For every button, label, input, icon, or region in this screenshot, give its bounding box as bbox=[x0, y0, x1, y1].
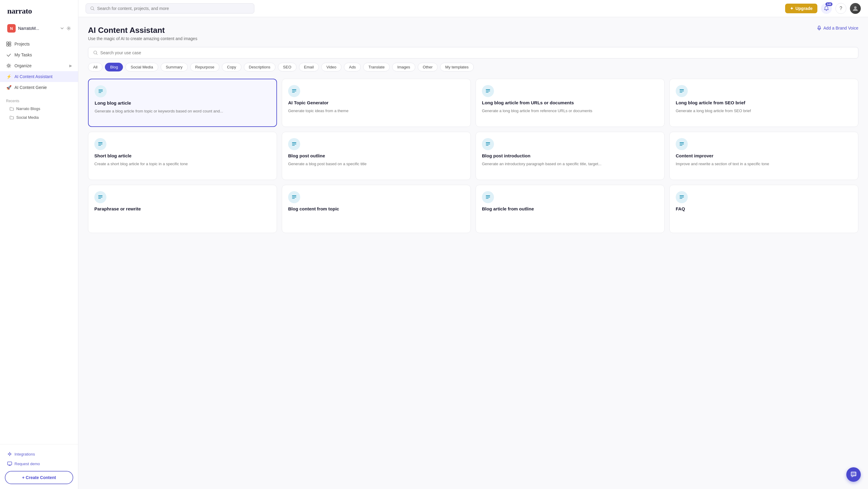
svg-rect-18 bbox=[486, 89, 490, 90]
filter-tag-all[interactable]: All bbox=[88, 63, 102, 71]
svg-point-9 bbox=[854, 6, 857, 9]
filter-tag-repurpose[interactable]: Repurpose bbox=[190, 63, 220, 71]
svg-rect-22 bbox=[680, 91, 684, 91]
folder-icon bbox=[10, 116, 14, 120]
global-search[interactable] bbox=[86, 3, 254, 13]
svg-rect-12 bbox=[98, 90, 103, 90]
card-icon bbox=[676, 138, 688, 150]
gear-icon-workspace[interactable] bbox=[67, 26, 71, 30]
chevron-right-icon: ▶ bbox=[69, 64, 72, 68]
filter-tag-my-templates[interactable]: My templates bbox=[440, 63, 473, 71]
sidebar-item-organize[interactable]: Organize ▶ bbox=[0, 60, 78, 71]
svg-rect-13 bbox=[98, 91, 103, 92]
create-content-button[interactable]: + Create Content bbox=[5, 471, 73, 484]
page-content: AI Content Assistant Use the magic of AI… bbox=[79, 17, 868, 489]
request-demo-item[interactable]: Request demo bbox=[5, 459, 73, 468]
recent-item-narrato-blogs[interactable]: Narrato Blogs bbox=[0, 104, 78, 113]
card-title: Blog article from outline bbox=[482, 206, 658, 211]
card-icon bbox=[94, 191, 106, 203]
chat-bubble-button[interactable] bbox=[846, 467, 861, 482]
card-ai-topic-generator[interactable]: AI Topic GeneratorGenerate topic ideas f… bbox=[282, 79, 471, 127]
card-icon bbox=[482, 138, 494, 150]
use-case-search-input[interactable] bbox=[100, 50, 853, 55]
notifications-button[interactable]: 348 bbox=[821, 3, 832, 14]
sidebar-item-my-tasks[interactable]: My Tasks bbox=[0, 50, 78, 60]
card-short-blog-article[interactable]: Short blog articleCreate a short blog ar… bbox=[88, 132, 277, 180]
svg-rect-35 bbox=[680, 145, 682, 146]
card-icon bbox=[288, 85, 300, 97]
card-title: Long blog article from SEO brief bbox=[676, 100, 852, 105]
svg-rect-45 bbox=[680, 195, 684, 196]
sidebar-item-ai-content-assistant[interactable]: ⚡ AI Content Assistant bbox=[0, 71, 78, 82]
recent-item-social-media[interactable]: Social Media bbox=[0, 113, 78, 122]
svg-rect-42 bbox=[486, 195, 490, 196]
help-button[interactable]: ? bbox=[835, 3, 846, 14]
card-icon bbox=[94, 138, 106, 150]
svg-rect-28 bbox=[292, 144, 296, 145]
svg-point-0 bbox=[68, 28, 69, 29]
filter-tag-seo[interactable]: SEO bbox=[278, 63, 296, 71]
logo: narrato bbox=[0, 0, 78, 21]
upgrade-button[interactable]: ✦ Upgrade bbox=[785, 4, 817, 13]
card-blog-content-from-topic[interactable]: Blog content from topic bbox=[282, 185, 471, 233]
svg-rect-24 bbox=[98, 142, 102, 143]
card-long-blog-from-urls[interactable]: Long blog article from URLs or documents… bbox=[475, 79, 664, 127]
card-icon bbox=[676, 85, 688, 97]
sidebar-item-label: AI Content Assistant bbox=[14, 74, 53, 79]
card-title: Long blog article from URLs or documents bbox=[482, 100, 658, 105]
page-subtitle: Use the magic of AI to create amazing co… bbox=[88, 36, 197, 41]
svg-rect-38 bbox=[98, 198, 101, 199]
card-desc: Improve and rewrite a section of text in… bbox=[676, 161, 852, 167]
filter-tag-descriptions[interactable]: Descriptions bbox=[244, 63, 276, 71]
card-blog-article-from-outline[interactable]: Blog article from outline bbox=[475, 185, 664, 233]
card-desc: Generate a blog article from topic or ke… bbox=[95, 109, 270, 114]
cards-grid: Long blog articleGenerate a blog article… bbox=[88, 79, 858, 233]
card-long-blog-from-seo[interactable]: Long blog article from SEO briefGenerate… bbox=[670, 79, 858, 127]
filter-tag-video[interactable]: Video bbox=[321, 63, 341, 71]
filter-tag-blog[interactable]: Blog bbox=[105, 63, 123, 71]
svg-rect-7 bbox=[7, 462, 12, 465]
card-icon bbox=[676, 191, 688, 203]
card-blog-post-introduction[interactable]: Blog post introductionGenerate an introd… bbox=[475, 132, 664, 180]
folder-icon bbox=[10, 107, 14, 111]
workspace-selector[interactable]: N NarratoM... bbox=[2, 22, 76, 35]
svg-rect-16 bbox=[292, 91, 296, 91]
card-desc: Generate topic ideas from a theme bbox=[288, 108, 464, 114]
bell-icon bbox=[824, 6, 829, 11]
filter-tag-translate[interactable]: Translate bbox=[363, 63, 390, 71]
page-header: AI Content Assistant Use the magic of AI… bbox=[88, 26, 858, 41]
workspace-avatar: N bbox=[7, 24, 16, 33]
filter-tag-copy[interactable]: Copy bbox=[222, 63, 241, 71]
filter-tag-email[interactable]: Email bbox=[299, 63, 319, 71]
filter-tag-social-media[interactable]: Social Media bbox=[125, 63, 158, 71]
card-icon bbox=[288, 191, 300, 203]
card-long-blog-article[interactable]: Long blog articleGenerate a blog article… bbox=[88, 79, 277, 127]
sidebar-item-projects[interactable]: Projects bbox=[0, 39, 78, 50]
grid-icon bbox=[6, 41, 11, 47]
card-desc: Generate an introductory paragraph based… bbox=[482, 161, 658, 167]
card-paraphrase-or-rewrite[interactable]: Paraphrase or rewrite bbox=[88, 185, 277, 233]
global-search-input[interactable] bbox=[97, 6, 250, 11]
filter-tag-summary[interactable]: Summary bbox=[161, 63, 188, 71]
user-icon bbox=[852, 5, 859, 12]
lightning-icon: ⚡ bbox=[6, 74, 11, 79]
integrations-item[interactable]: Integrations bbox=[5, 449, 73, 459]
filter-tag-images[interactable]: Images bbox=[392, 63, 415, 71]
svg-rect-32 bbox=[486, 145, 489, 146]
sidebar-item-ai-content-genie[interactable]: 🚀 AI Content Genie bbox=[0, 82, 78, 93]
organize-icon bbox=[6, 63, 11, 68]
filter-tag-ads[interactable]: Ads bbox=[344, 63, 361, 71]
card-content-improver[interactable]: Content improverImprove and rewrite a se… bbox=[670, 132, 858, 180]
user-avatar[interactable] bbox=[850, 3, 861, 14]
svg-rect-41 bbox=[292, 198, 295, 199]
svg-rect-43 bbox=[486, 197, 490, 197]
card-title: Paraphrase or rewrite bbox=[94, 206, 271, 211]
add-brand-voice-button[interactable]: Add a Brand Voice bbox=[817, 26, 858, 30]
use-case-search[interactable] bbox=[88, 47, 858, 59]
sidebar-item-label: Organize bbox=[14, 63, 32, 68]
filter-tag-other[interactable]: Other bbox=[418, 63, 438, 71]
svg-rect-39 bbox=[292, 195, 296, 196]
card-faq[interactable]: FAQ bbox=[670, 185, 858, 233]
card-blog-post-outline[interactable]: Blog post outlineGenerate a blog post ba… bbox=[282, 132, 471, 180]
card-title: Blog content from topic bbox=[288, 206, 464, 211]
